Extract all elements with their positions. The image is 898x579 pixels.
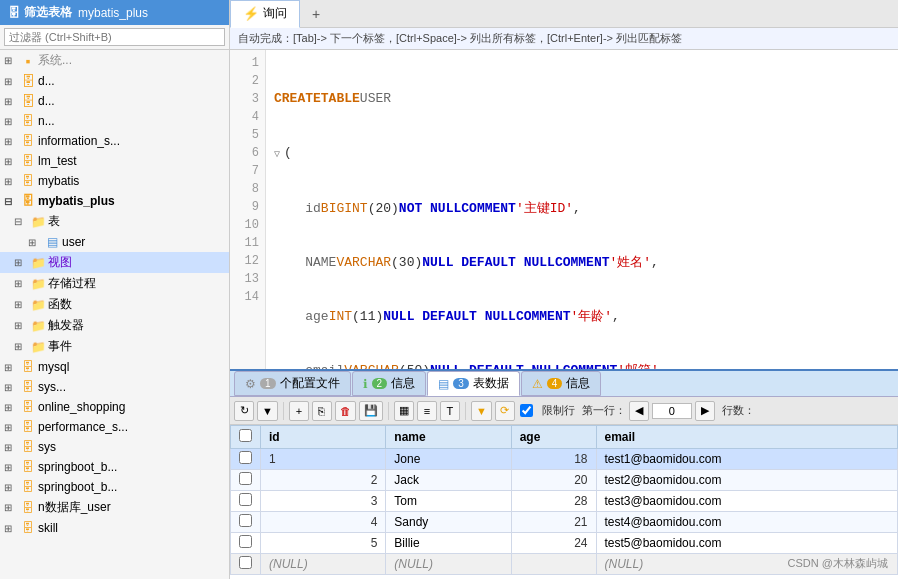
col-header-id[interactable]: id [261, 426, 386, 449]
sidebar-item-db2[interactable]: ⊞ 🗄 d... [0, 71, 229, 91]
col-header-age[interactable]: age [511, 426, 596, 449]
folder-icon: 📁 [30, 339, 46, 355]
sidebar-item-table-group[interactable]: ⊟ 📁 表 [0, 211, 229, 232]
sidebar-item-perf[interactable]: ⊞ 🗄 performance_s... [0, 417, 229, 437]
db-icon: 🗄 [20, 133, 36, 149]
cell-id[interactable]: 2 [261, 470, 386, 491]
sidebar-item-trig-group[interactable]: ⊞ 📁 触发器 [0, 315, 229, 336]
sidebar-filter[interactable] [0, 25, 229, 50]
sidebar-item-view-group[interactable]: ⊞ 📁 视图 [0, 252, 229, 273]
cell-id[interactable]: 1 [261, 449, 386, 470]
sidebar-item-db3[interactable]: ⊞ 🗄 d... [0, 91, 229, 111]
cell-id-null[interactable]: (NULL) [261, 554, 386, 575]
expand-icon: ⊞ [4, 176, 18, 187]
filter-input[interactable] [4, 28, 225, 46]
result-tab-3[interactable]: ▤ 3 表数据 [427, 371, 520, 396]
refresh-button[interactable]: ↻ [234, 401, 254, 421]
cell-email[interactable]: test1@baomidou.com [596, 449, 898, 470]
form-button[interactable]: ≡ [417, 401, 437, 421]
cell-name-null[interactable]: (NULL) [386, 554, 511, 575]
code-editor[interactable]: 12345 678910 11121314 CREATE TABLE USER … [230, 50, 898, 369]
sort-button[interactable]: ⟳ [495, 401, 515, 421]
db-icon: 🗄 [20, 113, 36, 129]
result-tab-2[interactable]: ℹ 2 信息 [352, 371, 427, 396]
cell-email[interactable]: test4@baomidou.com [596, 512, 898, 533]
cell-age[interactable]: 24 [511, 533, 596, 554]
cell-name[interactable]: Tom [386, 491, 511, 512]
sidebar-item-mybatis-plus[interactable]: ⊟ 🗄 mybatis_plus [0, 191, 229, 211]
table-row[interactable]: 4 Sandy 21 test4@baomidou.com [231, 512, 898, 533]
cell-email[interactable]: test2@baomidou.com [596, 470, 898, 491]
sidebar-item-func-group[interactable]: ⊞ 📁 函数 [0, 294, 229, 315]
select-all-checkbox[interactable] [239, 429, 252, 442]
row-check[interactable] [231, 512, 261, 533]
code-line-3: id BIGINT(20) NOT NULL COMMENT '主键ID', [274, 200, 890, 218]
row-check[interactable] [231, 470, 261, 491]
prev-page-button[interactable]: ◀ [629, 401, 649, 421]
result-tab-4[interactable]: ⚠ 4 信息 [521, 371, 602, 396]
sidebar-item-db6[interactable]: ⊞ 🗄 lm_test [0, 151, 229, 171]
cell-age[interactable]: 28 [511, 491, 596, 512]
sidebar-item-sys2[interactable]: ⊞ 🗄 sys [0, 437, 229, 457]
sidebar-item-event-group[interactable]: ⊞ 📁 事件 [0, 336, 229, 357]
grid-button[interactable]: ▦ [394, 401, 414, 421]
copy-row-button[interactable]: ⎘ [312, 401, 332, 421]
row-check[interactable] [231, 533, 261, 554]
expand-icon: ⊞ [4, 96, 18, 107]
cell-age[interactable]: 20 [511, 470, 596, 491]
cell-id[interactable]: 5 [261, 533, 386, 554]
cell-id[interactable]: 3 [261, 491, 386, 512]
sidebar-item-db1[interactable]: ⊞ ▪ 系统... [0, 50, 229, 71]
limit-checkbox[interactable] [520, 404, 533, 417]
sidebar-item-mybatis[interactable]: ⊞ 🗄 mybatis [0, 171, 229, 191]
save-button[interactable]: 💾 [359, 401, 383, 421]
sidebar-item-db5[interactable]: ⊞ 🗄 information_s... [0, 131, 229, 151]
sidebar-item-skill[interactable]: ⊞ 🗄 skill [0, 518, 229, 538]
cell-id[interactable]: 4 [261, 512, 386, 533]
text-button[interactable]: T [440, 401, 460, 421]
col-header-email[interactable]: email [596, 426, 898, 449]
row-check[interactable] [231, 449, 261, 470]
result-tab-1[interactable]: ⚙ 1 个配置文件 [234, 371, 351, 396]
query-tab[interactable]: ⚡ 询问 [230, 0, 300, 28]
code-content[interactable]: CREATE TABLE USER ▽( id BIGINT(20) NOT N… [266, 50, 898, 369]
table-row[interactable]: 3 Tom 28 test3@baomidou.com [231, 491, 898, 512]
cell-age[interactable]: 18 [511, 449, 596, 470]
next-page-button[interactable]: ▶ [695, 401, 715, 421]
sidebar-item-db4[interactable]: ⊞ 🗄 n... [0, 111, 229, 131]
table-row[interactable]: 2 Jack 20 test2@baomidou.com [231, 470, 898, 491]
cell-age-null[interactable] [511, 554, 596, 575]
cell-email[interactable]: test3@baomidou.com [596, 491, 898, 512]
sidebar-item-online[interactable]: ⊞ 🗄 online_shopping [0, 397, 229, 417]
sidebar-item-label: skill [38, 521, 58, 535]
sidebar-item-proc-group[interactable]: ⊞ 📁 存储过程 [0, 273, 229, 294]
sidebar-item-mysql[interactable]: ⊞ 🗄 mysql [0, 357, 229, 377]
delete-row-button[interactable]: 🗑 [335, 401, 356, 421]
row-check[interactable] [231, 554, 261, 575]
sidebar-item-user-table[interactable]: ⊞ ▤ user [0, 232, 229, 252]
cell-name[interactable]: Jack [386, 470, 511, 491]
sidebar-db-name: mybatis_plus [78, 6, 148, 20]
cell-name[interactable]: Jone [386, 449, 511, 470]
cell-name[interactable]: Sandy [386, 512, 511, 533]
add-row-button[interactable]: + [289, 401, 309, 421]
filter-button[interactable]: ▼ [471, 401, 492, 421]
col-header-name[interactable]: name [386, 426, 511, 449]
row-check[interactable] [231, 491, 261, 512]
table-row[interactable]: 5 Billie 24 test5@baomidou.com [231, 533, 898, 554]
sidebar-item-sys[interactable]: ⊞ 🗄 sys... [0, 377, 229, 397]
add-tab-button[interactable]: + [302, 2, 330, 26]
page-input[interactable] [652, 403, 692, 419]
table-row-null[interactable]: (NULL) (NULL) (NULL) [231, 554, 898, 575]
cell-email-null[interactable]: (NULL) [596, 554, 898, 575]
cell-name[interactable]: Billie [386, 533, 511, 554]
cell-email[interactable]: test5@baomidou.com [596, 533, 898, 554]
sidebar-item-spring-build[interactable]: ⊞ 🗄 springboot_b... [0, 477, 229, 497]
sidebar-item-spring-biz[interactable]: ⊞ 🗄 springboot_b... [0, 457, 229, 477]
dropdown-button[interactable]: ▼ [257, 401, 278, 421]
tab-table-icon: ▤ [438, 377, 449, 391]
cell-age[interactable]: 21 [511, 512, 596, 533]
fold-icon[interactable]: ▽ [274, 144, 280, 164]
table-row[interactable]: 1 Jone 18 test1@baomidou.com [231, 449, 898, 470]
sidebar-item-n-user[interactable]: ⊞ 🗄 n数据库_user [0, 497, 229, 518]
